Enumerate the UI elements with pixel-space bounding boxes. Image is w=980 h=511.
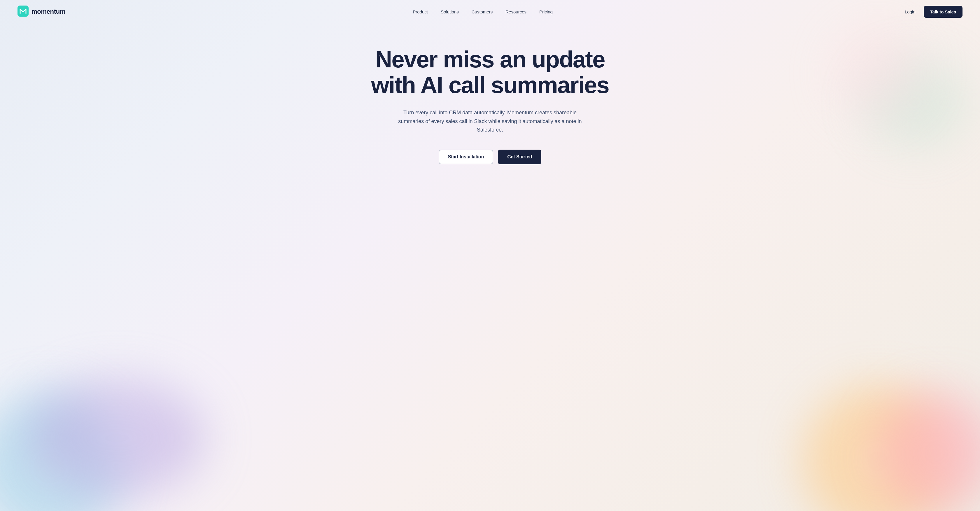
navbar: momentum Product Solutions Customers Res… [0,0,980,23]
blob-3 [805,388,951,511]
svg-rect-0 [18,6,29,17]
blob-1 [0,394,123,511]
nav-actions: Login Talk to Sales [900,6,963,18]
page-wrapper: momentum Product Solutions Customers Res… [0,0,980,511]
nav-links: Product Solutions Customers Resources Pr… [407,7,558,17]
nav-item-solutions[interactable]: Solutions [436,7,464,17]
login-link[interactable]: Login [900,7,920,17]
hero-subtitle: Turn every call into CRM data automatica… [391,108,589,134]
nav-item-product[interactable]: Product [407,7,433,17]
logo[interactable]: momentum [18,6,65,18]
talk-to-sales-button[interactable]: Talk to Sales [924,6,963,18]
brand-name: momentum [32,8,65,16]
start-installation-button[interactable]: Start Installation [439,150,493,164]
blob-2 [29,380,204,497]
hero-section: Never miss an update with AI call summar… [0,23,980,182]
logo-icon [18,6,29,18]
get-started-button[interactable]: Get Started [498,150,541,164]
hero-title: Never miss an update with AI call summar… [359,47,621,98]
hero-buttons: Start Installation Get Started [439,150,542,164]
nav-item-customers[interactable]: Customers [466,7,498,17]
nav-item-pricing[interactable]: Pricing [534,7,558,17]
nav-item-resources[interactable]: Resources [500,7,532,17]
blob-4 [878,394,980,511]
